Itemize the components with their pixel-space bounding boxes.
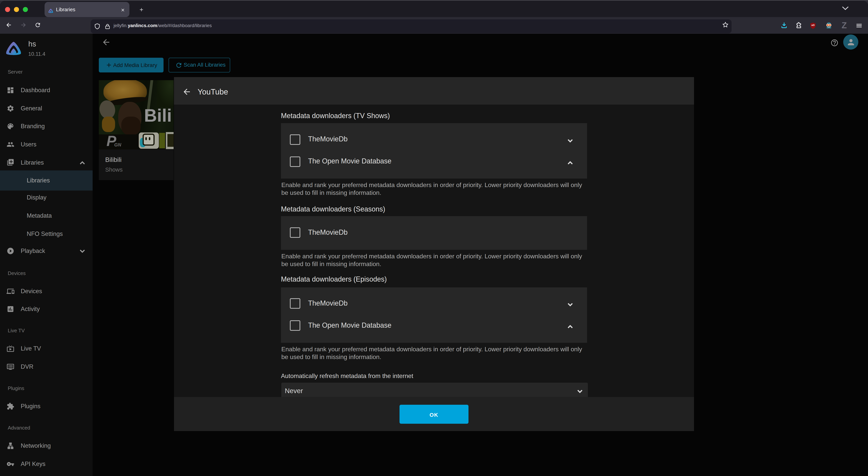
svg-text:Z: Z [842, 21, 847, 29]
svg-text:uO: uO [811, 24, 815, 26]
